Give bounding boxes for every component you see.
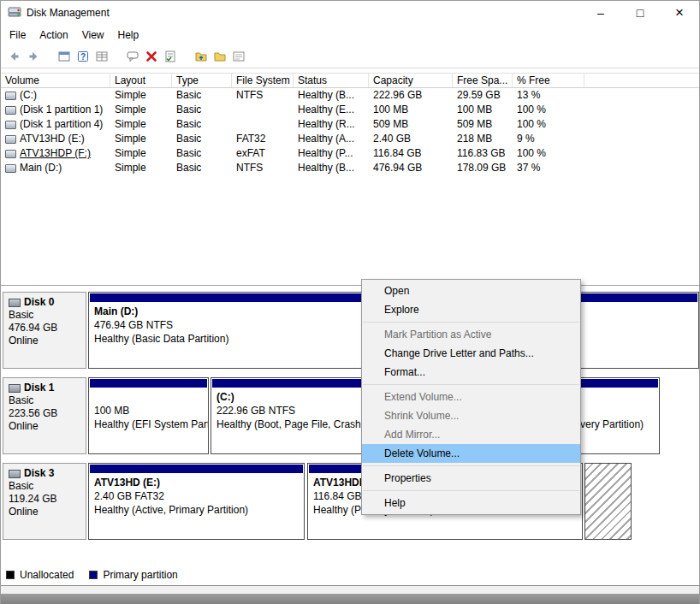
volume-name: ATV13HD (E:) (20, 132, 85, 146)
pct-free-cell: 100 % (513, 103, 584, 117)
column-header-filler (584, 74, 699, 87)
disk-status: Online (9, 420, 86, 433)
legend-item-primary-partition: Primary partition (89, 569, 177, 581)
menu-item-mark-partition-active: Mark Partition as Active (362, 325, 580, 344)
bottom-strip-dark (1, 594, 699, 604)
volume-row[interactable]: ATV13HD (E:) Simple Basic FAT32 Healthy … (1, 132, 699, 146)
column-header-free-space[interactable]: Free Spa... (453, 74, 513, 87)
file-system-cell (232, 103, 294, 117)
toolbar: ? (1, 45, 699, 68)
volume-row[interactable]: (Disk 1 partition 1) Simple Basic Health… (1, 103, 699, 117)
status-cell: Healthy (P... (294, 146, 369, 161)
forward-icon[interactable] (24, 47, 43, 66)
back-icon[interactable] (5, 47, 24, 66)
menu-item-open[interactable]: Open (362, 281, 580, 300)
partition-atv13hd-e[interactable]: ATV13HD (E:) 2.40 GB FAT32 Healthy (Acti… (88, 463, 305, 540)
menu-item-add-mirror: Add Mirror... (362, 425, 580, 444)
layout-cell: Simple (110, 88, 172, 103)
status-cell: Healthy (B... (294, 161, 369, 175)
help-icon[interactable]: ? (74, 47, 92, 66)
free-space-cell: 116.83 GB (453, 146, 513, 161)
menu-file[interactable]: File (3, 25, 33, 45)
partition-size: 100 MB (94, 404, 208, 417)
file-system-cell: NTFS (232, 161, 294, 175)
capacity-cell: 2.40 GB (369, 132, 453, 146)
fields-icon[interactable] (229, 47, 248, 66)
volume-row[interactable]: Main (D:) Simple Basic NTFS Healthy (B..… (1, 161, 699, 175)
disk-size: 476.94 GB (9, 322, 86, 335)
volume-list-pane: Volume Layout Type File System Status Ca… (1, 73, 699, 285)
column-header-pct-free[interactable]: % Free (513, 74, 584, 87)
menu-separator (363, 384, 579, 385)
column-header-capacity[interactable]: Capacity (369, 74, 453, 87)
disk-1-label[interactable]: Disk 1 Basic 223.56 GB Online (3, 377, 86, 454)
column-header-type[interactable]: Type (172, 74, 232, 87)
type-cell: Basic (172, 161, 232, 175)
disk-3-label[interactable]: Disk 3 Basic 119.24 GB Online (3, 463, 86, 540)
window-title: Disk Management (27, 7, 110, 19)
file-system-cell: FAT32 (232, 132, 294, 146)
partition-status: Healthy (Active, Primary Partition) (94, 503, 304, 517)
layout-cell: Simple (110, 132, 172, 146)
type-cell: Basic (172, 88, 232, 103)
disk-0-label[interactable]: Disk 0 Basic 476.94 GB Online (3, 292, 86, 369)
folder-up-icon[interactable] (192, 47, 211, 66)
disk-name: Disk 1 (24, 382, 54, 394)
disk-name: Disk 3 (24, 467, 54, 480)
capacity-cell: 116.84 GB (369, 146, 453, 161)
disk-type: Basic (9, 394, 86, 407)
menu-item-shrink-volume: Shrink Volume... (362, 406, 580, 425)
volume-row-selected[interactable]: ATV13HDP (F:) Simple Basic exFAT Healthy… (1, 146, 699, 161)
legend: Unallocated Primary partition (6, 568, 178, 582)
column-header-layout[interactable]: Layout (110, 74, 172, 87)
unallocated-region[interactable] (584, 463, 632, 540)
column-header-volume[interactable]: Volume (1, 74, 110, 87)
status-cell: Healthy (B... (294, 88, 369, 103)
disk-icon (9, 384, 21, 393)
volume-row[interactable]: (Disk 1 partition 4) Simple Basic Health… (1, 117, 699, 132)
properties-check-icon[interactable] (161, 47, 180, 66)
folder-icon[interactable] (211, 47, 229, 66)
drive-icon (5, 135, 16, 144)
column-header-file-system[interactable]: File System (232, 74, 294, 87)
menu-item-change-drive-letter[interactable]: Change Drive Letter and Paths... (362, 344, 580, 363)
action-pane-icon[interactable] (123, 47, 142, 66)
disk-status: Online (9, 335, 86, 347)
pct-free-cell: 37 % (513, 161, 584, 175)
delete-icon[interactable] (142, 47, 161, 66)
minimize-button[interactable]: – (581, 1, 620, 25)
partition-efi-system[interactable]: 100 MB Healthy (EFI System Partition) (88, 377, 209, 454)
maximize-button[interactable]: □ (620, 1, 660, 25)
status-cell: Healthy (E... (294, 103, 369, 117)
pane-splitter[interactable] (1, 285, 699, 286)
menu-item-delete-volume[interactable]: Delete Volume... (362, 444, 580, 463)
menu-item-properties[interactable]: Properties (362, 469, 580, 488)
legend-label: Primary partition (103, 569, 177, 581)
free-space-cell: 218 MB (453, 132, 513, 146)
capacity-cell: 476.94 GB (369, 161, 453, 175)
menu-view[interactable]: View (75, 25, 111, 45)
menu-action[interactable]: Action (33, 25, 74, 45)
menu-item-help[interactable]: Help (362, 494, 580, 512)
drive-icon (5, 106, 16, 115)
disk-management-window: Disk Management – □ × File Action View H… (0, 0, 700, 604)
menu-separator (363, 490, 579, 491)
pct-free-cell: 100 % (513, 117, 584, 132)
volume-row[interactable]: (C:) Simple Basic NTFS Healthy (B... 222… (1, 88, 699, 103)
menu-item-format[interactable]: Format... (362, 363, 580, 382)
console-window-icon[interactable] (55, 47, 74, 66)
file-system-cell: NTFS (232, 88, 294, 103)
menu-item-explore[interactable]: Explore (362, 300, 580, 319)
details-view-icon[interactable] (92, 47, 111, 66)
type-cell: Basic (172, 146, 232, 161)
bottom-strip-light (1, 586, 699, 594)
drive-icon (5, 164, 16, 173)
close-button[interactable]: × (660, 1, 699, 25)
menu-help[interactable]: Help (111, 25, 146, 45)
layout-cell: Simple (110, 146, 172, 161)
primary-partition-bar (90, 465, 303, 473)
context-menu: Open Explore Mark Partition as Active Ch… (361, 279, 581, 515)
column-header-status[interactable]: Status (294, 74, 369, 87)
capacity-cell: 222.96 GB (369, 88, 453, 103)
file-system-cell (232, 117, 294, 132)
